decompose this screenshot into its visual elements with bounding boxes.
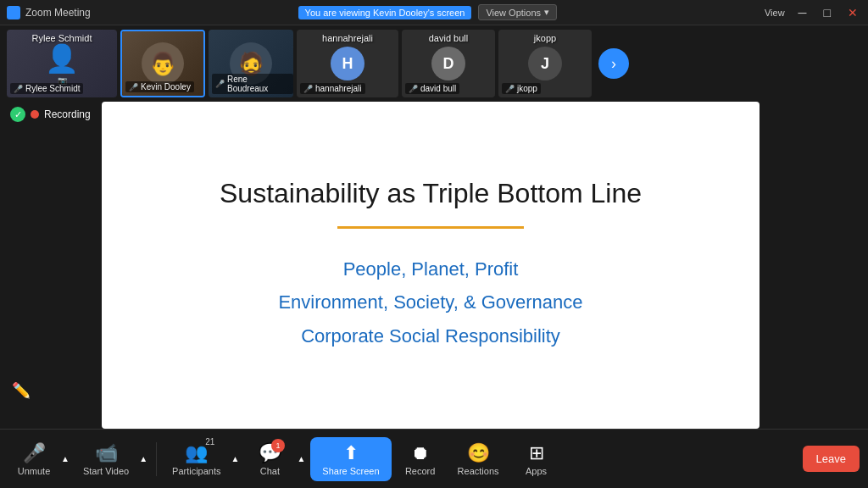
participant-name-rylee: Rylee Schmidt [7,33,117,43]
participant-bottom-jkopp: 🎤 jkopp [502,83,541,94]
slide-divider [337,226,524,229]
chat-group: 💬 1 Chat ▲ [244,439,307,480]
share-screen-button[interactable]: ⬆ Share Screen [310,437,391,481]
participant-avatar-hannah: H [331,47,364,80]
slide-content: People, Planet, Profit Environment, Soci… [278,252,582,353]
minimize-button[interactable]: ─ [795,4,810,21]
participant-tile-rylee[interactable]: 👤 📷 Rylee Schmidt 🎤 Rylee Schmidt [7,30,117,97]
recording-check-icon: ✓ [10,107,25,122]
participant-tile-hannah[interactable]: hannahrejali H 🎤 hannahrejali [297,30,398,97]
reactions-icon: 😊 [467,442,490,464]
presentation-area: Sustainability as Triple Bottom Line Peo… [102,102,760,429]
start-video-group: 📹 Start Video ▲ [75,439,149,480]
view-options-button[interactable]: View Options ▾ [478,4,557,20]
title-bar-right: View ─ □ ✕ [765,4,861,21]
apps-button[interactable]: ⊞ Apps [511,439,562,480]
microphone-icon: 🎤 [23,442,46,464]
apps-label: Apps [526,466,547,476]
slide-title: Sustainability as Triple Bottom Line [220,178,642,209]
reactions-label: Reactions [458,466,499,476]
annotation-icon[interactable]: ✏️ [12,381,31,400]
participant-bottom-rene: 🎤 Rene Boudreaux [212,74,293,94]
unmute-caret[interactable]: ▲ [59,451,71,467]
chat-caret[interactable]: ▲ [295,451,307,467]
reactions-button[interactable]: 😊 Reactions [449,439,508,480]
participant-strip: 👤 📷 Rylee Schmidt 🎤 Rylee Schmidt 👨 🎤 Ke… [0,25,868,102]
viewing-banner: You are viewing Kevin Dooley's screen [298,6,472,19]
next-participant-button[interactable]: › [598,48,629,79]
participant-avatar-jkopp: J [528,47,562,80]
chat-icon-wrapper: 💬 1 [259,442,281,464]
participant-name-jkopp: jkopp [498,33,592,43]
participant-bottom-david: 🎤 david bull [405,83,459,94]
camera-icon: 📹 [95,442,118,464]
slide-line-1: People, Planet, Profit [278,252,582,286]
zoom-logo-icon [7,6,20,19]
recording-text: Recording [44,108,91,120]
slide-line-2: Environment, Society, & Governance [278,286,582,319]
slide-line-3: Corporate Social Responsibility [278,319,582,353]
recording-dot-icon [31,110,39,119]
view-label: View [765,8,785,18]
participant-name-hannah: hannahrejali [297,33,398,43]
chat-badge: 1 [271,439,285,452]
recording-badge: ✓ Recording [10,107,91,122]
unmute-label: Unmute [18,466,51,476]
toolbar-divider-1 [156,442,157,476]
leave-button[interactable]: Leave [803,446,860,472]
participants-count-badge: 21 [205,437,214,446]
record-button[interactable]: ⏺ Record [395,439,446,480]
unmute-button[interactable]: 🎤 Unmute [8,439,59,480]
participant-bottom-kevin: 🎤 Kevin Dooley [125,81,194,92]
share-screen-label: Share Screen [322,466,379,476]
close-button[interactable]: ✕ [844,4,861,21]
participant-tile-kevin[interactable]: 👨 🎤 Kevin Dooley [120,30,205,97]
maximize-button[interactable]: □ [821,4,834,21]
apps-icon: ⊞ [529,442,544,464]
title-bar-center: You are viewing Kevin Dooley's screen Vi… [298,4,557,20]
participants-label: Participants [172,466,220,476]
chat-label: Chat [260,466,280,476]
toolbar: 🎤 Unmute ▲ 📹 Start Video ▲ 👥 21 Particip… [0,429,868,488]
record-icon: ⏺ [411,442,430,464]
participants-icon-wrapper: 👥 21 [185,442,208,464]
participant-name-david: david bull [402,33,495,43]
participant-bottom-hannah: 🎤 hannahrejali [300,83,365,94]
chat-button[interactable]: 💬 1 Chat [244,439,295,480]
app-title: Zoom Meeting [25,7,91,19]
participant-bottom-rylee: 🎤 Rylee Schmidt [10,83,83,94]
start-video-label: Start Video [83,466,129,476]
participants-caret[interactable]: ▲ [230,451,242,467]
participants-group: 👥 21 Participants ▲ [164,439,241,480]
meeting-area: 👤 📷 Rylee Schmidt 🎤 Rylee Schmidt 👨 🎤 Ke… [0,25,868,429]
title-bar-left: Zoom Meeting [7,6,91,19]
unmute-group: 🎤 Unmute ▲ [8,439,71,480]
participant-tile-rene[interactable]: 🧔 🎤 Rene Boudreaux [209,30,293,97]
participant-avatar-david: D [431,47,465,80]
record-label: Record [405,466,435,476]
video-caret[interactable]: ▲ [137,451,149,467]
title-bar: Zoom Meeting You are viewing Kevin Doole… [0,0,868,25]
participant-tile-jkopp[interactable]: jkopp J 🎤 jkopp [498,30,592,97]
participants-button[interactable]: 👥 21 Participants [164,439,229,480]
share-screen-icon: ⬆ [343,442,359,464]
participant-tile-david[interactable]: david bull D 🎤 david bull [402,30,495,97]
start-video-button[interactable]: 📹 Start Video [75,439,137,480]
chevron-right-icon: › [611,55,616,73]
